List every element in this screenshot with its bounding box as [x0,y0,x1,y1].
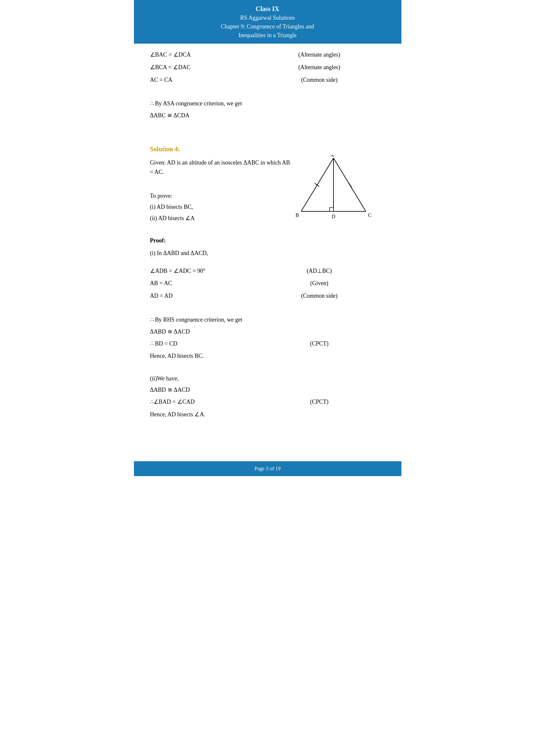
hence-1: Hence, AD bisects BC. [150,351,385,361]
statement-row-1: ∠BAC = ∠DCA (Alternate angles) [150,50,385,60]
stmt2-right: (Alternate angles) [254,63,385,72]
given-text: Given: AD is an altitude of an isosceles… [150,158,295,177]
proof-stmt-row-2: AB = AC (Given) [150,279,385,288]
proof-stmt2-left: AB = AC [150,279,254,288]
stmt2-left: ∠BCA = ∠DAC [150,63,254,72]
angle-eq-right: (CPCT) [254,397,385,407]
proof-i-label: (i) In ΔABD and ΔACD, [150,249,385,258]
hence-2: Hence, AD bisects ∠A. [150,410,385,419]
main-content: ∠BAC = ∠DCA (Alternate angles) ∠BCA = ∠D… [134,44,401,451]
proof-heading: Proof: [150,236,385,245]
proof-stmt3-left: AD = AD [150,291,254,301]
header-class: Class IX [140,4,395,14]
bd-cd-row: ∴ BD = CD (CPCT) [150,339,385,348]
to-prove-ii: (ii) AD bisects ∠A [150,214,295,223]
to-prove-label: To prove: [150,191,295,201]
footer-text: Page 3 of 19 [255,466,280,471]
stmt1-left: ∠BAC = ∠DCA [150,50,254,60]
header-solutions: RS Aggarwal Solutions [140,14,395,22]
to-prove-i: (i) AD bisects BC, [150,202,295,212]
proof-stmt2-right: (Given) [254,279,385,288]
solution4-heading: Solution 4: [150,144,385,154]
proof-stmt-row-1: ∠ADB = ∠ADC = 90° (AD⊥BC) [150,266,385,276]
congruence-3: ΔABD ≅ ΔACD [150,385,385,395]
bd-cd-right: (CPCT) [254,339,385,348]
angle-eq-row: ∴∠BAD = ∠CAD (CPCT) [150,397,385,407]
svg-line-5 [315,183,319,187]
bd-cd-left: ∴ BD = CD [150,339,254,348]
header-chapter-line2: Inequalities in a Triangle [140,31,395,40]
page-footer: Page 3 of 19 [134,461,401,476]
proof-stmt1-right: (AD⊥BC) [254,266,385,276]
svg-text:B: B [295,212,299,218]
therefore-1: ∴ By ASA congruence criterion, we get [150,99,385,108]
svg-line-6 [348,183,352,187]
page-header: Class IX RS Aggarwal Solutions Chapter 9… [134,0,401,44]
stmt1-right: (Alternate angles) [254,50,385,60]
statement-row-2: ∠BCA = ∠DAC (Alternate angles) [150,63,385,72]
stmt3-left: AC = CA [150,75,254,85]
svg-text:A: A [330,155,334,158]
stmt3-right: (Common side) [254,75,385,85]
ii-label: (ii)We have, [150,374,385,383]
proof-stmt1-left: ∠ADB = ∠ADC = 90° [150,266,254,276]
diagram-area: Given: AD is an altitude of an isosceles… [150,158,385,225]
svg-text:C: C [368,212,371,218]
page: Class IX RS Aggarwal Solutions Chapter 9… [134,0,401,476]
header-chapter-line1: Chapter 9: Congruence of Triangles and [140,22,395,31]
therefore-2: ∴ By RHS congruence criterion, we get [150,315,385,325]
proof-stmt3-right: (Common side) [254,291,385,301]
svg-rect-4 [330,207,333,211]
angle-eq-left: ∴∠BAD = ∠CAD [150,397,254,407]
congruence-2: ΔABD ≅ ΔACD [150,327,385,337]
triangle-diagram: A B D C [295,155,385,222]
proof-stmt-row-3: AD = AD (Common side) [150,291,385,301]
svg-text:D: D [331,214,335,219]
statement-row-3: AC = CA (Common side) [150,75,385,85]
text-content-left: Given: AD is an altitude of an isosceles… [150,158,295,225]
congruence-1: ΔABC ≅ ΔCDA [150,111,385,120]
